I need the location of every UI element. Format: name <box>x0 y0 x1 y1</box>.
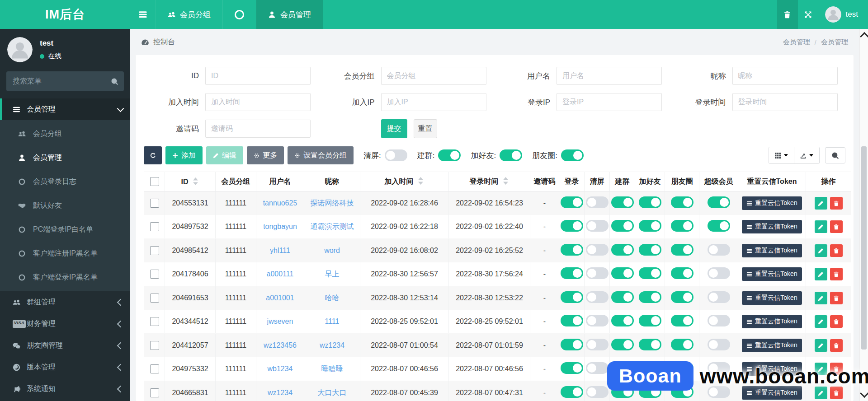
edit-row-button[interactable] <box>815 292 827 304</box>
moments-toggle[interactable] <box>671 244 693 256</box>
clear-screen-toggle[interactable] <box>385 149 407 161</box>
moments-toggle[interactable] <box>671 196 693 208</box>
super-vip-toggle[interactable] <box>708 339 730 350</box>
super-vip-toggle[interactable] <box>708 220 730 232</box>
create-group-toggle[interactable] <box>611 196 634 208</box>
edit-row-button[interactable] <box>815 244 827 257</box>
username-link[interactable]: wz123456 <box>264 341 297 349</box>
clear-screen-toggle[interactable] <box>586 386 609 398</box>
join-ip-field[interactable] <box>381 93 486 111</box>
delete-row-button[interactable] <box>830 268 843 280</box>
username-link[interactable]: tongbayun <box>263 223 297 230</box>
sidebar-item-client-login-ip-blacklist[interactable]: 客户端登录IP黑名单 <box>0 266 130 289</box>
create-group-toggle[interactable] <box>611 220 634 232</box>
clear-screen-toggle[interactable] <box>586 196 609 208</box>
login-toggle[interactable] <box>561 196 583 208</box>
reset-token-button[interactable]: 重置云信Token <box>742 315 802 328</box>
sidebar-toggle-button[interactable] <box>130 0 156 29</box>
id-field[interactable] <box>205 67 311 85</box>
breadcrumb-parent[interactable]: 会员管理 <box>783 38 810 47</box>
edit-row-button[interactable] <box>815 339 827 352</box>
super-vip-toggle[interactable] <box>708 291 730 303</box>
edit-row-button[interactable] <box>815 197 827 210</box>
add-friend-toggle[interactable] <box>639 291 661 303</box>
login-toggle[interactable] <box>561 362 583 374</box>
sidebar-item-member-group[interactable]: 会员分组 <box>0 122 130 146</box>
login-toggle[interactable] <box>561 339 583 350</box>
fullscreen-button[interactable] <box>798 0 819 29</box>
user-menu[interactable]: test <box>819 6 868 23</box>
delete-row-button[interactable] <box>830 292 843 304</box>
super-vip-toggle[interactable] <box>708 196 730 208</box>
reset-token-button[interactable]: 重置云信Token <box>742 267 802 281</box>
sidebar-item-system-notice[interactable]: 系统通知 <box>0 378 130 400</box>
column-header-login-time[interactable]: 登录时间 <box>449 172 530 191</box>
sidebar-item-member-list[interactable]: 会员管理 <box>0 146 130 170</box>
nickname-link[interactable]: 探诺网络科技 <box>311 199 354 207</box>
clear-screen-toggle[interactable] <box>586 291 609 303</box>
clear-screen-toggle[interactable] <box>586 315 609 326</box>
super-vip-toggle[interactable] <box>708 267 730 279</box>
add-friend-toggle[interactable] <box>500 149 522 161</box>
row-checkbox[interactable] <box>150 246 159 255</box>
delete-row-button[interactable] <box>830 315 843 328</box>
username-link[interactable]: jwseven <box>267 317 293 325</box>
username-link[interactable]: wz1234 <box>268 389 292 396</box>
search-icon[interactable] <box>111 78 118 85</box>
scroll-up-arrow-icon[interactable] <box>860 32 868 41</box>
add-friend-toggle[interactable] <box>639 315 661 326</box>
username-link[interactable]: a001001 <box>266 294 294 302</box>
login-toggle[interactable] <box>561 315 583 326</box>
moments-toggle[interactable] <box>671 315 693 326</box>
nickname-link[interactable]: 1111 <box>325 317 339 325</box>
nickname-link[interactable]: 通霸演示测试 <box>311 223 354 230</box>
row-checkbox[interactable] <box>150 364 159 373</box>
sidebar-item-client-register-ip-blacklist[interactable]: 客户端注册IP黑名单 <box>0 242 130 266</box>
sidebar-item-pc-login-ip-whitelist[interactable]: PC端登录IP白名单 <box>0 218 130 242</box>
edit-row-button[interactable] <box>815 315 827 328</box>
super-vip-toggle[interactable] <box>708 244 730 256</box>
sidebar-item-version-manage[interactable]: 版本管理 <box>0 356 130 378</box>
create-group-toggle[interactable] <box>611 315 634 326</box>
add-friend-toggle[interactable] <box>639 267 661 279</box>
refresh-button[interactable] <box>144 146 162 164</box>
add-friend-toggle[interactable] <box>639 339 661 350</box>
export-button[interactable] <box>794 147 819 163</box>
create-group-toggle[interactable] <box>611 291 634 303</box>
submit-button[interactable]: 提交 <box>381 119 407 138</box>
row-checkbox[interactable] <box>150 317 159 326</box>
join-time-field[interactable] <box>205 93 311 111</box>
scrollbar-thumb[interactable] <box>861 146 867 350</box>
row-checkbox[interactable] <box>150 199 159 208</box>
clear-screen-toggle[interactable] <box>586 267 609 279</box>
set-member-group-button[interactable]: 设置会员分组 <box>288 146 354 164</box>
create-group-toggle[interactable] <box>611 267 634 279</box>
row-checkbox[interactable] <box>150 341 159 350</box>
moments-toggle[interactable] <box>671 267 693 279</box>
username-link[interactable]: a000111 <box>267 270 294 278</box>
sidebar-item-moments-manage[interactable]: 朋友圈管理 <box>0 335 130 356</box>
username-link[interactable]: wb1234 <box>267 365 292 373</box>
row-checkbox[interactable] <box>150 294 159 303</box>
column-header-id[interactable]: ID <box>165 172 216 191</box>
moments-toggle[interactable] <box>671 291 693 303</box>
row-checkbox[interactable] <box>150 270 159 279</box>
reset-token-button[interactable]: 重置云信Token <box>742 220 802 233</box>
moments-toggle[interactable] <box>671 220 693 232</box>
edit-row-button[interactable] <box>815 220 827 233</box>
reset-button[interactable]: 重置 <box>414 119 437 138</box>
add-button[interactable]: 添加 <box>165 146 203 164</box>
sidebar-item-default-friend[interactable]: 默认好友 <box>0 194 130 218</box>
nickname-link[interactable]: 大口大口 <box>318 389 347 396</box>
sidebar-item-finance-manage[interactable]: VISA财务管理 <box>0 313 130 335</box>
reset-token-button[interactable]: 重置云信Token <box>742 196 802 210</box>
clear-screen-toggle[interactable] <box>586 220 609 232</box>
toggle-search-button[interactable] <box>825 147 845 163</box>
clear-screen-toggle[interactable] <box>586 339 609 350</box>
select-all-checkbox[interactable] <box>150 177 159 186</box>
reset-token-button[interactable]: 重置云信Token <box>742 291 802 305</box>
sidebar-item-member-login-log[interactable]: 会员登录日志 <box>0 170 130 194</box>
columns-filter-button[interactable] <box>769 147 794 163</box>
login-toggle[interactable] <box>561 267 583 279</box>
invite-code-field[interactable] <box>205 120 311 138</box>
